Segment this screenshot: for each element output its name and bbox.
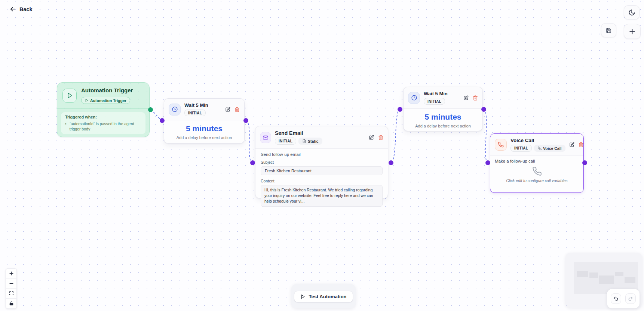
minimap-node <box>625 277 635 283</box>
play-small-icon <box>85 99 88 102</box>
voice-caption: Click edit to configure call variables <box>506 178 568 183</box>
minimap-node <box>615 272 623 276</box>
wait2-body: 5 minutes Add a delay before next action <box>404 109 482 131</box>
phone-small-icon <box>538 147 542 150</box>
trash-icon[interactable] <box>234 107 240 112</box>
save-button[interactable] <box>601 23 616 37</box>
test-automation-label: Test Automation <box>309 294 346 299</box>
clock-icon <box>408 92 420 104</box>
edge-trigger-wait1 <box>151 110 161 120</box>
node-wait-1[interactable]: Wait 5 Min INITIAL 5 minutes Add a delay… <box>164 98 245 144</box>
back-label: Back <box>19 6 33 12</box>
trash-icon[interactable] <box>473 95 478 101</box>
back-arrow-icon <box>10 6 16 12</box>
history-controls <box>607 289 640 308</box>
wait1-caption: Add a delay before next action <box>167 135 241 140</box>
voice-description: Make a follow-up call <box>495 159 579 163</box>
canvas-controls <box>6 268 17 309</box>
connection-handle[interactable] <box>148 107 153 112</box>
node-voice-call[interactable]: Voice Call INITIAL Voice Call <box>490 133 584 193</box>
add-node-button[interactable] <box>624 24 641 39</box>
wait2-status-badge: INITIAL <box>424 98 445 105</box>
wait2-header: Wait 5 Min INITIAL <box>404 87 482 109</box>
connection-handle[interactable] <box>582 160 587 165</box>
connection-handle[interactable] <box>243 118 248 123</box>
phone-icon <box>495 139 507 151</box>
trigger-condition-card: Triggered when: • `automationId` is pass… <box>61 112 145 134</box>
theme-toggle-button[interactable] <box>624 5 640 19</box>
wait1-header: Wait 5 Min INITIAL <box>164 99 244 120</box>
trigger-condition-text: `automationId` is passed in the agent tr… <box>70 121 141 132</box>
edge-wait1-email <box>246 120 252 162</box>
zoom-out-button[interactable] <box>6 279 16 289</box>
lock-button[interactable] <box>6 299 16 309</box>
subject-label: Subject <box>261 160 383 164</box>
voice-header: Voice Call INITIAL Voice Call <box>490 134 583 156</box>
flow-canvas[interactable]: Automation Trigger Automation Trigger Tr… <box>0 0 644 311</box>
minimap-node <box>589 272 598 278</box>
edit-icon[interactable] <box>225 107 230 112</box>
connection-handle[interactable] <box>250 160 255 165</box>
zoom-in-button[interactable] <box>6 269 16 279</box>
wait1-status-badge: INITIAL <box>184 110 206 116</box>
file-icon <box>302 139 306 143</box>
undo-button[interactable] <box>611 293 621 304</box>
fit-view-icon <box>9 291 14 296</box>
edit-icon[interactable] <box>463 95 469 101</box>
email-body: Send follow-up email Subject Fresh Kitch… <box>255 149 388 211</box>
connection-handle[interactable] <box>160 118 165 123</box>
back-button[interactable]: Back <box>10 6 33 12</box>
content-input[interactable]: Hi, this is Fresh Kitchen Restaurant. We… <box>261 185 383 207</box>
bullet: • <box>65 121 67 132</box>
trigger-node-header: Automation Trigger Automation Trigger <box>57 83 149 109</box>
trash-icon[interactable] <box>378 135 383 140</box>
lock-icon <box>9 301 14 306</box>
redo-button[interactable] <box>625 293 636 304</box>
minimap-node <box>599 275 614 284</box>
zoom-out-icon <box>9 281 14 286</box>
email-header: Send Email INITIAL Static <box>255 126 388 149</box>
email-status-badge: INITIAL <box>275 138 296 145</box>
voice-type-badge: Voice Call <box>534 145 565 152</box>
zoom-in-icon <box>9 271 14 276</box>
node-wait-2[interactable]: Wait 5 Min INITIAL 5 minutes Add a delay… <box>403 87 483 131</box>
connection-handle[interactable] <box>389 160 393 165</box>
wait1-title: Wait 5 Min <box>184 102 208 108</box>
trigger-condition-item: • `automationId` is passed in the agent … <box>65 121 141 132</box>
plus-icon <box>629 28 636 35</box>
node-automation-trigger[interactable]: Automation Trigger Automation Trigger Tr… <box>57 82 150 137</box>
trigger-condition-heading: Triggered when: <box>65 115 141 119</box>
connection-handle[interactable] <box>398 107 402 112</box>
subject-input[interactable]: Fresh Kitchen Restaurant <box>261 166 383 175</box>
clock-icon <box>169 104 181 116</box>
voice-body: Make a follow-up call Click edit to conf… <box>490 156 583 186</box>
trigger-type-badge: Automation Trigger <box>81 97 130 104</box>
trigger-node-title: Automation Trigger <box>81 87 133 93</box>
undo-icon <box>613 296 619 301</box>
phone-placeholder-icon <box>532 166 542 176</box>
mail-icon <box>260 132 271 143</box>
connection-handle[interactable] <box>481 107 486 112</box>
wait2-title: Wait 5 Min <box>424 91 448 96</box>
wait1-body: 5 minutes Add a delay before next action <box>164 120 244 143</box>
edit-icon[interactable] <box>369 135 374 140</box>
voice-title: Voice Call <box>510 138 565 143</box>
edge-email-wait2 <box>391 110 399 162</box>
test-automation-button[interactable]: Test Automation <box>294 291 353 302</box>
email-title: Send Email <box>275 130 322 136</box>
trash-icon[interactable] <box>579 142 584 147</box>
test-panel: Test Automation <box>291 284 356 308</box>
edge-wait2-voice <box>484 109 487 162</box>
minimap-node <box>577 271 588 277</box>
redo-icon <box>628 296 633 301</box>
edit-icon[interactable] <box>569 142 574 147</box>
wait2-caption: Add a delay before next action <box>407 124 479 128</box>
wait2-duration: 5 minutes <box>407 113 479 121</box>
fit-view-button[interactable] <box>6 289 16 299</box>
node-send-email[interactable]: Send Email INITIAL Static Send <box>255 126 388 198</box>
moon-icon <box>628 9 635 16</box>
play-icon <box>62 89 77 103</box>
connection-handle[interactable] <box>485 160 490 165</box>
content-label: Content <box>261 179 383 183</box>
wait1-duration: 5 minutes <box>167 124 241 133</box>
